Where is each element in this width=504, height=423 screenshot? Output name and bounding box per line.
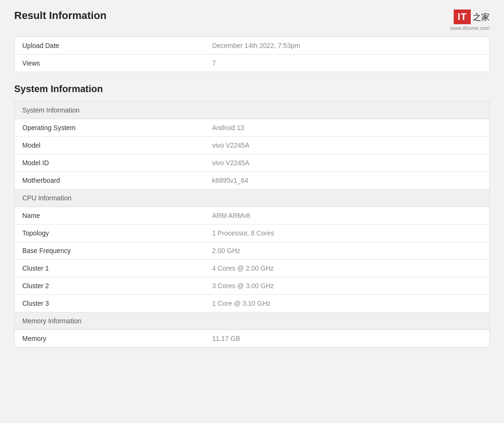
table-row: Views 7 xyxy=(15,55,490,72)
label-cell: Cluster 3 xyxy=(15,295,205,312)
result-header: Result Information IT 之家 www.ithome.com xyxy=(14,9,490,31)
table-row: Upload Date December 14th 2022, 7:53pm xyxy=(15,37,490,55)
logo-area: IT 之家 www.ithome.com xyxy=(450,9,490,31)
table-row: Motherboard k6895v1_64 xyxy=(15,172,490,189)
page-wrapper: Result Information IT 之家 www.ithome.com … xyxy=(0,0,504,423)
label-cell: Name xyxy=(15,207,205,225)
table-row: Memory 11.17 GB xyxy=(15,330,490,348)
value-cell: Android 13 xyxy=(205,119,490,137)
value-cell: 7 xyxy=(205,55,490,72)
group-header: CPU Information xyxy=(15,189,490,207)
label-cell: Views xyxy=(15,55,205,72)
label-cell: Motherboard xyxy=(15,172,205,189)
table-row: Model ID vivo V2245A xyxy=(15,154,490,172)
logo-inline: IT 之家 xyxy=(454,9,490,24)
table-row: Model vivo V2245A xyxy=(15,137,490,154)
table-row: Operating System Android 13 xyxy=(15,119,490,137)
value-cell: 1 Processor, 8 Cores xyxy=(205,225,490,242)
value-cell: 3 Cores @ 3.00 GHz xyxy=(205,277,490,295)
system-info-table: System Information Operating System Andr… xyxy=(14,101,490,348)
table-row: Cluster 2 3 Cores @ 3.00 GHz xyxy=(15,277,490,295)
group-header: System Information xyxy=(15,102,490,119)
label-cell: Cluster 2 xyxy=(15,277,205,295)
table-row: Base Frequency 2.00 GHz xyxy=(15,242,490,260)
logo-url: www.ithome.com xyxy=(450,25,490,31)
label-cell: Model xyxy=(15,137,205,154)
system-section-title: System Information xyxy=(14,84,490,94)
label-cell: Topology xyxy=(15,225,205,242)
value-cell: 11.17 GB xyxy=(205,330,490,348)
value-cell: k6895v1_64 xyxy=(205,172,490,189)
logo-box: IT xyxy=(454,9,471,24)
result-title: Result Information xyxy=(14,9,106,22)
table-row: Name ARM ARMv8 xyxy=(15,207,490,225)
value-cell: 1 Core @ 3.10 GHz xyxy=(205,295,490,312)
value-cell: ARM ARMv8 xyxy=(205,207,490,225)
label-cell: Upload Date xyxy=(15,37,205,55)
sub-header-row: CPU Information xyxy=(15,189,490,207)
label-cell: Operating System xyxy=(15,119,205,137)
value-cell: 2.00 GHz xyxy=(205,242,490,260)
result-info-table: Upload Date December 14th 2022, 7:53pm V… xyxy=(14,37,490,72)
sub-header-row: Memory Information xyxy=(15,312,490,330)
table-row: Cluster 1 4 Cores @ 2.00 GHz xyxy=(15,260,490,277)
label-cell: Base Frequency xyxy=(15,242,205,260)
logo-symbol: 之家 xyxy=(473,11,490,23)
label-cell: Model ID xyxy=(15,154,205,172)
value-cell: 4 Cores @ 2.00 GHz xyxy=(205,260,490,277)
label-cell: Memory xyxy=(15,330,205,348)
label-cell: Cluster 1 xyxy=(15,260,205,277)
table-row: Topology 1 Processor, 8 Cores xyxy=(15,225,490,242)
group-header: Memory Information xyxy=(15,312,490,330)
value-cell: vivo V2245A xyxy=(205,137,490,154)
value-cell: vivo V2245A xyxy=(205,154,490,172)
value-cell: December 14th 2022, 7:53pm xyxy=(205,37,490,55)
table-row: Cluster 3 1 Core @ 3.10 GHz xyxy=(15,295,490,312)
sub-header-row: System Information xyxy=(15,102,490,119)
